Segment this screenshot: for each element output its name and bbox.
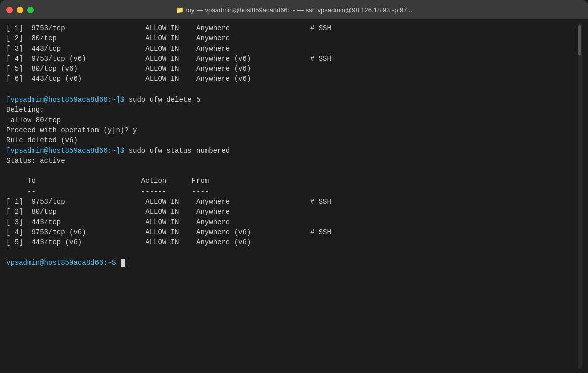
terminal-line: [ 4] 9753/tcp (v6) ALLOW IN Anywhere (v6… — [6, 54, 578, 64]
close-button[interactable] — [6, 7, 13, 13]
terminal-line: [ 1] 9753/tcp ALLOW IN Anywhere # SSH — [6, 197, 578, 207]
terminal-line: [ 4] 9753/tcp (v6) ALLOW IN Anywhere (v6… — [6, 227, 578, 237]
terminal-line: [ 2] 80/tcp ALLOW IN Anywhere — [6, 207, 578, 217]
command-text: sudo ufw delete 5 — [129, 96, 201, 104]
scrollbar[interactable] — [578, 23, 582, 369]
terminal-content: [ 1] 9753/tcp ALLOW IN Anywhere # SSH[ 2… — [6, 23, 578, 369]
terminal-line — [6, 248, 578, 258]
terminal-line: [ 2] 80/tcp ALLOW IN Anywhere — [6, 33, 578, 43]
terminal-line: [vpsadmin@host859aca8d66:~]$ sudo ufw de… — [6, 95, 578, 105]
terminal-line — [6, 166, 578, 176]
terminal-line: [ 3] 443/tcp ALLOW IN Anywhere — [6, 44, 578, 54]
window-title: 📁 roy — vpsadmin@host859aca8d66: ~ — ssh… — [176, 6, 413, 14]
final-prompt-text: vpsadmin@host859aca8d66:~$ — [6, 259, 120, 267]
cursor — [121, 259, 125, 267]
traffic-lights — [6, 7, 34, 13]
terminal-line: [ 3] 443/tcp ALLOW IN Anywhere — [6, 217, 578, 227]
scrollbar-thumb[interactable] — [578, 25, 581, 55]
terminal-line: To Action From — [6, 176, 578, 186]
terminal-line: vpsadmin@host859aca8d66:~$ — [6, 258, 578, 268]
terminal-line — [6, 84, 578, 95]
terminal-line: [vpsadmin@host859aca8d66:~]$ sudo ufw st… — [6, 146, 578, 156]
terminal-line: allow 80/tcp — [6, 115, 578, 125]
prompt-text: [vpsadmin@host859aca8d66:~]$ — [6, 96, 129, 104]
titlebar: 📁 roy — vpsadmin@host859aca8d66: ~ — ssh… — [0, 0, 588, 19]
terminal-line: [ 6] 443/tcp (v6) ALLOW IN Anywhere (v6) — [6, 74, 578, 84]
prompt-text: [vpsadmin@host859aca8d66:~]$ — [6, 147, 129, 155]
maximize-button[interactable] — [27, 7, 34, 13]
terminal-line: [ 5] 80/tcp (v6) ALLOW IN Anywhere (v6) — [6, 64, 578, 74]
terminal-line: [ 5] 443/tcp (v6) ALLOW IN Anywhere (v6) — [6, 237, 578, 247]
terminal-line: Status: active — [6, 156, 578, 166]
minimize-button[interactable] — [17, 7, 23, 13]
terminal-line: -- ------ ---- — [6, 187, 578, 197]
terminal-line: Deleting: — [6, 105, 578, 115]
command-text: sudo ufw status numbered — [129, 147, 230, 155]
terminal-window: 📁 roy — vpsadmin@host859aca8d66: ~ — ssh… — [0, 0, 588, 373]
folder-icon: 📁 — [176, 6, 186, 14]
terminal-line: Rule deleted (v6) — [6, 135, 578, 145]
terminal-line: [ 1] 9753/tcp ALLOW IN Anywhere # SSH — [6, 23, 578, 33]
terminal-line: Proceed with operation (y|n)? y — [6, 125, 578, 135]
terminal-body[interactable]: [ 1] 9753/tcp ALLOW IN Anywhere # SSH[ 2… — [0, 19, 588, 373]
